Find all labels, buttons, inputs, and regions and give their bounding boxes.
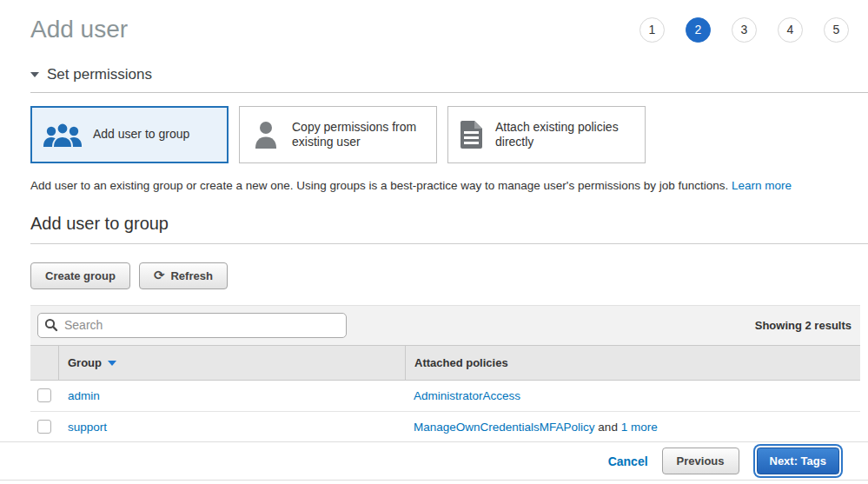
group-actions: Create group ⟳ Refresh xyxy=(30,262,868,289)
column-policies-label: Attached policies xyxy=(414,356,508,369)
group-section-header: Add user to group xyxy=(30,214,868,244)
next-tags-button[interactable]: Next: Tags xyxy=(757,448,840,474)
results-count: Showing 2 results xyxy=(755,319,851,332)
step-5: 5 xyxy=(824,17,849,43)
permission-option-cards: Add user to group Copy permissions from … xyxy=(30,106,849,163)
section-title: Set permissions xyxy=(47,66,152,83)
step-3: 3 xyxy=(732,17,757,43)
search-icon xyxy=(44,318,58,335)
description-text: Add user to an existing group or create … xyxy=(30,179,728,192)
page-title: Add user xyxy=(30,16,128,43)
checkbox-cell xyxy=(30,388,59,402)
wizard-footer: Cancel Previous Next: Tags xyxy=(0,441,868,481)
refresh-button[interactable]: ⟳ Refresh xyxy=(139,262,228,289)
option-copy-permissions[interactable]: Copy permissions from existing user xyxy=(239,106,437,163)
user-group-icon xyxy=(43,121,83,149)
step-4: 4 xyxy=(778,17,803,43)
option-attach-policies[interactable]: Attach existing policies directly xyxy=(447,106,646,163)
refresh-icon: ⟳ xyxy=(154,269,165,282)
search-input[interactable] xyxy=(37,313,347,338)
group-link-support[interactable]: support xyxy=(68,421,107,434)
row-checkbox-admin[interactable] xyxy=(37,388,51,402)
learn-more-link[interactable]: Learn more xyxy=(732,179,792,192)
column-group-label: Group xyxy=(68,356,102,369)
option-label: Attach existing policies directly xyxy=(495,120,634,150)
table-row-admin: admin AdministratorAccess xyxy=(30,381,860,412)
collapse-triangle-icon xyxy=(30,72,39,77)
checkbox-cell xyxy=(30,420,59,434)
table-toolbar: Showing 2 results xyxy=(30,305,860,345)
row-checkbox-support[interactable] xyxy=(37,420,51,434)
column-header-attached-policies: Attached policies xyxy=(405,346,860,380)
wizard-header: Add user 1 2 3 4 5 xyxy=(0,0,868,43)
select-all-column xyxy=(30,346,59,380)
set-permissions-section-header[interactable]: Set permissions xyxy=(30,66,868,93)
step-2-current: 2 xyxy=(686,17,711,43)
table-row-support: support ManageOwnCredentialsMFAPolicy an… xyxy=(30,412,860,443)
group-cell: support xyxy=(59,421,405,434)
policies-cell: ManageOwnCredentialsMFAPolicy and 1 more xyxy=(405,421,860,434)
more-policies-link[interactable]: 1 more xyxy=(621,421,658,434)
step-indicator: 1 2 3 4 5 xyxy=(639,17,849,43)
previous-label: Previous xyxy=(677,454,725,467)
group-link-admin[interactable]: admin xyxy=(68,389,100,402)
cancel-link[interactable]: Cancel xyxy=(608,454,648,468)
group-section-title: Add user to group xyxy=(30,214,868,234)
policy-document-icon xyxy=(459,120,485,149)
previous-button[interactable]: Previous xyxy=(662,448,739,474)
policies-cell: AdministratorAccess xyxy=(405,389,860,402)
column-header-group[interactable]: Group xyxy=(59,356,405,369)
user-icon xyxy=(250,120,282,149)
policy-link[interactable]: ManageOwnCredentialsMFAPolicy xyxy=(414,421,595,434)
create-group-button[interactable]: Create group xyxy=(30,262,130,289)
policy-conjunction: and xyxy=(598,421,618,434)
permissions-description: Add user to an existing group or create … xyxy=(30,177,849,195)
refresh-label: Refresh xyxy=(170,269,212,282)
search-box xyxy=(37,313,347,338)
groups-table-panel: Showing 2 results Group Attached policie… xyxy=(30,305,860,443)
step-1: 1 xyxy=(639,17,665,43)
group-cell: admin xyxy=(59,389,405,402)
table-header-row: Group Attached policies xyxy=(30,345,860,381)
sort-descending-icon xyxy=(108,361,116,366)
add-user-wizard: Add user 1 2 3 4 5 Set permissions xyxy=(0,0,868,484)
option-add-user-to-group[interactable]: Add user to group xyxy=(30,106,229,163)
option-label: Copy permissions from existing user xyxy=(292,120,426,150)
option-label: Add user to group xyxy=(93,127,189,143)
next-tags-label: Next: Tags xyxy=(770,454,827,467)
policy-link[interactable]: AdministratorAccess xyxy=(414,389,520,402)
create-group-label: Create group xyxy=(45,269,116,282)
